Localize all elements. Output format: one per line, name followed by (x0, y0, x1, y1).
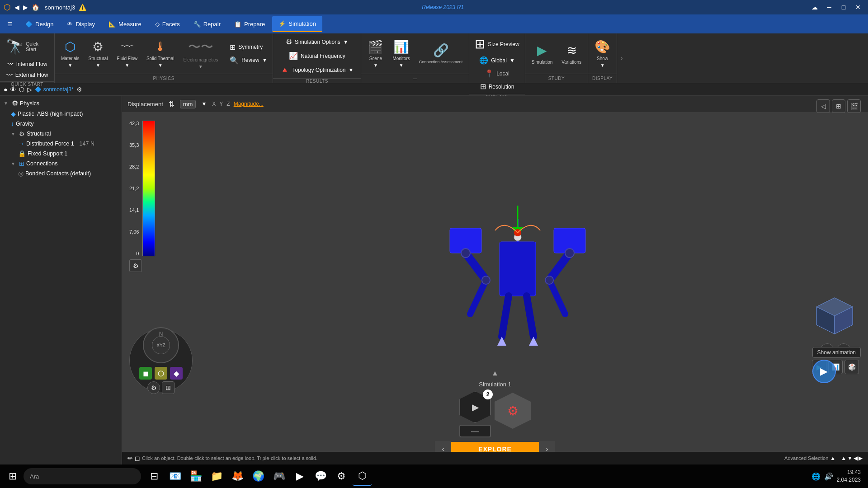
close-btn[interactable]: ✕ (852, 1, 864, 14)
monitors-btn[interactable]: 📊 Monitors ▼ (389, 37, 413, 70)
tab-x[interactable]: X (212, 101, 216, 107)
tree-item-physics[interactable]: ▼ ⚙ Physics (0, 98, 122, 109)
taskbar-current-app[interactable]: ⬡ (353, 467, 372, 486)
nav-cube-svg[interactable] (812, 293, 857, 338)
taskbar-settings-btn[interactable]: ⚙ (332, 467, 351, 486)
nav-gear-btn[interactable]: ⚙ (147, 381, 160, 394)
taskbar-chrome-btn[interactable]: 🌍 (249, 467, 268, 486)
simulation-study-btn[interactable]: ▶ Simulation (528, 37, 557, 70)
nav-expand-btn[interactable]: ⊞ (162, 381, 175, 394)
navigation-widget[interactable]: N XYZ ◼ ⬡ ◆ ⚙ ⊞ (129, 329, 193, 392)
fluid-flow-btn[interactable]: 〰 Fluid Flow ▼ (113, 37, 141, 70)
shape-sphere-btn[interactable]: ⬡ (155, 367, 167, 380)
materials-btn[interactable]: ⬡ Materials ▼ (57, 37, 83, 70)
solid-thermal-dropdown[interactable]: ▼ (158, 63, 163, 68)
external-flow-btn[interactable]: 〰 External Flow (5, 70, 50, 80)
vp-view-btn[interactable]: ⊞ (832, 99, 845, 113)
menu-design[interactable]: 🔷 Design (19, 16, 60, 32)
structural-dropdown[interactable]: ▼ (96, 63, 100, 68)
nav-left-btn[interactable]: ◀ (854, 455, 858, 461)
unit-selector[interactable]: mm (180, 100, 196, 108)
tree-item-connections[interactable]: ▼ ⊞ Connections (0, 159, 122, 169)
taskbar-discord-btn[interactable]: 💬 (311, 467, 330, 486)
toolbar-collapse-btn[interactable]: › (617, 33, 626, 83)
network-icon[interactable]: 🌐 (811, 472, 821, 481)
topology-dropdown[interactable]: ▼ (348, 67, 354, 73)
nav-up-btn[interactable]: 🏠 (32, 4, 39, 11)
review-dropdown[interactable]: ▼ (262, 57, 268, 63)
maximize-btn[interactable]: □ (837, 1, 850, 14)
global-dropdown[interactable]: ▼ (509, 57, 515, 64)
menu-simulation[interactable]: ⚡ Simulation (272, 16, 322, 32)
review-btn[interactable]: 🔍 Review ▼ (227, 55, 270, 66)
global-btn[interactable]: 🌐 Global ▼ (476, 55, 518, 66)
minimize-btn[interactable]: ─ (823, 1, 835, 14)
sim-up-arrow[interactable]: ▲ (491, 369, 499, 377)
nav-back-btn[interactable]: ◀ (14, 4, 19, 11)
electromagnetics-btn[interactable]: 〜〜 Electromagnetics ▼ (179, 37, 222, 70)
menu-display[interactable]: 👁 Display (61, 16, 101, 32)
tree-item-gravity[interactable]: ↓ Gravity (0, 119, 122, 129)
sim-minus-btn[interactable]: — (459, 425, 491, 437)
menu-measure[interactable]: 📐 Measure (102, 16, 148, 32)
resolution-btn[interactable]: ⊞ Resolution (477, 81, 517, 92)
start-btn[interactable]: ⊞ (4, 467, 22, 485)
vp-back-btn[interactable]: ◁ (816, 99, 830, 113)
shape-custom-btn[interactable]: ◆ (170, 367, 183, 380)
quickscope-btn[interactable]: 🔭 Quick Start (2, 35, 52, 58)
sim-options-dropdown[interactable]: ▼ (343, 39, 349, 45)
show-btn[interactable]: 🎨 Show ▼ (591, 37, 614, 70)
menu-facets[interactable]: ◇ Facets (149, 16, 186, 32)
colorbar-settings-btn[interactable]: ⚙ (129, 259, 142, 272)
taskbar-media-btn[interactable]: ▶ (290, 467, 309, 486)
scene-dropdown[interactable]: ▼ (373, 63, 378, 68)
nav-right-btn[interactable]: ▶ (859, 455, 863, 461)
hamburger-menu[interactable]: ☰ (2, 16, 18, 32)
internal-flow-btn[interactable]: 〰 Internal Flow (5, 60, 49, 69)
solid-thermal-btn[interactable]: 🌡 Solid Thermal ▼ (143, 37, 178, 70)
monitors-dropdown[interactable]: ▼ (399, 63, 404, 68)
volume-icon[interactable]: 🔊 (824, 472, 833, 481)
dropdown-icon[interactable]: ▼ (201, 101, 207, 107)
menu-prepare[interactable]: 📋 Prepare (228, 16, 271, 32)
materials-dropdown[interactable]: ▼ (68, 63, 72, 68)
symmetry-btn[interactable]: ⊞ Symmetry (227, 42, 270, 53)
tab-magnitude[interactable]: Magnitude... (234, 101, 264, 107)
local-btn[interactable]: 📍 Local (482, 68, 512, 79)
taskbar-mail-btn[interactable]: 📧 (165, 467, 184, 486)
variations-btn[interactable]: ≋ Variations (558, 37, 585, 70)
sim-gear-btn[interactable]: ⚙ (495, 393, 531, 429)
tree-item-dist-force[interactable]: → Distributed Force 1 147 N (0, 139, 122, 149)
taskbar-search[interactable] (24, 468, 141, 484)
cloud-icon[interactable]: ☁ (808, 1, 821, 14)
size-preview-btn[interactable]: ⊞ Size Preview (472, 35, 522, 53)
breadcrumb-settings-icon[interactable]: ⚙ (76, 86, 82, 93)
em-dropdown[interactable]: ▼ (198, 64, 203, 69)
tree-item-structural[interactable]: ▼ ⚙ Structural (0, 129, 122, 139)
connection-assessment-btn[interactable]: 🔗 Connection Assessment (415, 37, 467, 70)
tree-item-material[interactable]: ◆ Plastic, ABS (high-impact) (0, 109, 122, 119)
nav-up2-btn[interactable]: ▲ (841, 455, 846, 461)
taskbar-game-btn[interactable]: 🎮 (269, 467, 288, 486)
menu-repair[interactable]: 🔧 Repair (187, 16, 227, 32)
structural-btn[interactable]: ⚙ Structural ▼ (85, 37, 112, 70)
tab-z[interactable]: Z (226, 101, 230, 107)
taskbar-store-btn[interactable]: 🏪 (186, 467, 205, 486)
breadcrumb-file[interactable]: 🔷 sonmontaj3* (35, 86, 73, 93)
fluid-flow-dropdown[interactable]: ▼ (125, 63, 129, 68)
taskbar-taskview-btn[interactable]: ⊟ (145, 467, 164, 486)
show-animation-btn[interactable]: ▶ (812, 360, 836, 383)
simulation-options-btn[interactable]: ⚙ Simulation Options ▼ (283, 36, 351, 47)
nav-forward-btn[interactable]: ▶ (23, 4, 28, 11)
taskbar-browser-btn[interactable]: 🦊 (228, 467, 247, 486)
tree-item-fixed-support[interactable]: 🔒 Fixed Support 1 (0, 149, 122, 159)
show-dropdown[interactable]: ▼ (600, 63, 605, 68)
nav-down-btn[interactable]: ▼ (847, 455, 853, 461)
natural-frequency-btn[interactable]: 📈 Natural Frequency (286, 50, 348, 61)
taskbar-files-btn[interactable]: 📁 (207, 467, 226, 486)
scene-btn[interactable]: 🎬 Scene ▼ (364, 37, 387, 70)
vp-scene-btn[interactable]: 🎬 (847, 99, 861, 113)
topology-optimization-btn[interactable]: 🔺 Topology Optimization ▼ (278, 64, 356, 75)
tab-y[interactable]: Y (219, 101, 223, 107)
tree-item-bonded[interactable]: ◎ Bonded Contacts (default) (0, 169, 122, 178)
